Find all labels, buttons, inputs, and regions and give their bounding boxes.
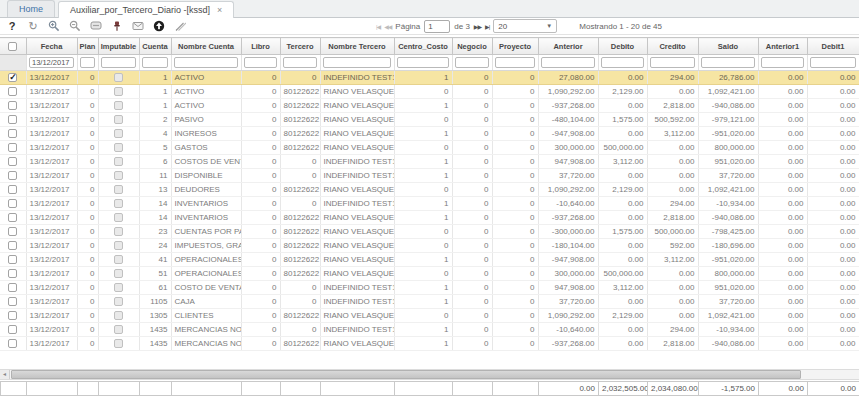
row-select-checkbox[interactable] [0,197,26,211]
imputable-checkbox[interactable] [98,281,139,295]
zoom-in-icon[interactable] [48,20,60,32]
row-select-checkbox[interactable] [0,253,26,267]
col-plan[interactable]: Plan [77,38,98,55]
row-select-checkbox[interactable] [0,155,26,169]
table-row[interactable]: 13/12/201706COSTOS DE VENTAS00INDEFINIDO… [0,155,859,169]
imputable-checkbox[interactable] [98,225,139,239]
table-row[interactable]: 13/12/201701105CAJA00INDEFINIDO TEST1 ..… [0,295,859,309]
table-row[interactable]: 13/12/2017041OPERACIONALES080122622RIANO… [0,253,859,267]
imputable-checkbox[interactable] [98,239,139,253]
imputable-checkbox[interactable] [98,85,139,99]
filter-debito[interactable] [601,57,644,68]
imputable-checkbox[interactable] [98,141,139,155]
zoom-out-icon[interactable] [69,20,81,32]
filter-anterior[interactable] [541,57,595,68]
imputable-checkbox[interactable] [98,267,139,281]
table-row[interactable]: 13/12/2017061COSTO DE VENTAS ...00INDEFI… [0,281,859,295]
col-fecha[interactable]: Fecha [26,38,77,55]
imputable-checkbox[interactable] [98,155,139,169]
imputable-checkbox[interactable] [98,295,139,309]
row-select-checkbox[interactable] [0,281,26,295]
filter-libro[interactable] [244,57,277,68]
imputable-checkbox[interactable] [98,253,139,267]
filter-saldo[interactable] [701,57,755,68]
row-select-checkbox[interactable] [0,239,26,253]
imputable-checkbox[interactable] [98,99,139,113]
row-select-checkbox[interactable] [0,141,26,155]
table-row[interactable]: 13/12/201701435MERCANCIAS NO F...0801226… [0,337,859,351]
table-row[interactable]: 13/12/2017024IMPUESTOS, GRAVA...08012262… [0,239,859,253]
row-select-checkbox[interactable] [0,113,26,127]
col-centro-costo[interactable]: Centro_Costo [394,38,452,55]
table-row[interactable]: 13/12/201701ACTIVO080122622RIANO VELASQU… [0,99,859,113]
table-row[interactable]: 13/12/2017014INVENTARIOS080122622RIANO V… [0,211,859,225]
page-number-input[interactable] [424,20,450,33]
imputable-checkbox[interactable] [98,211,139,225]
tab-home[interactable]: Home [7,0,55,17]
row-select-checkbox[interactable] [0,267,26,281]
col-debit1[interactable]: Debit1 [807,38,859,55]
col-libro[interactable]: Libro [241,38,280,55]
page-size-dropdown[interactable]: 20 ▼ [493,19,557,33]
filter-plan[interactable] [80,57,95,68]
prev-page-icon[interactable]: ◀◀ [384,23,391,30]
filter-anterior1[interactable] [761,57,804,68]
table-row[interactable]: 13/12/201701ACTIVO00INDEFINIDO TEST1 ...… [0,71,859,85]
refresh-icon[interactable]: ↻ [27,20,39,32]
row-select-checkbox[interactable] [0,323,26,337]
next-page-icon[interactable]: ▶▶ [474,23,481,30]
filter-credito[interactable] [650,57,695,68]
filter-tercero[interactable] [283,57,317,68]
pin-icon[interactable] [111,20,123,32]
row-select-checkbox[interactable] [0,337,26,351]
filter-nombre-tercero[interactable] [323,57,391,68]
filter-debit1[interactable] [810,57,856,68]
table-row[interactable]: 13/12/2017013DEUDORES080122622RIANO VELA… [0,183,859,197]
col-anterior[interactable]: Anterior [538,38,598,55]
row-select-checkbox[interactable] [0,183,26,197]
row-select-checkbox[interactable] [0,309,26,323]
select-all-checkbox[interactable] [0,38,26,55]
row-select-checkbox[interactable] [0,71,26,85]
imputable-checkbox[interactable] [98,323,139,337]
filter-nombre-cuenta[interactable] [174,57,238,68]
filter-imputable[interactable] [101,57,136,68]
first-page-icon[interactable]: |◀ [376,23,380,30]
imputable-checkbox[interactable] [98,197,139,211]
tab-auxiliar-por-tercero-diario[interactable]: Auxiliar_por_Tercero_Diario -[kssd] × [58,1,234,18]
col-nombre-cuenta[interactable]: Nombre Cuenta [171,38,241,55]
row-select-checkbox[interactable] [0,99,26,113]
table-row[interactable]: 13/12/2017023CUENTAS POR PAG...080122622… [0,225,859,239]
table-row[interactable]: 13/12/201701305CLIENTES080122622RIANO VE… [0,309,859,323]
imputable-checkbox[interactable] [98,309,139,323]
imputable-checkbox[interactable] [98,169,139,183]
table-row[interactable]: 13/12/201705GASTOS080122622RIANO VELASQU… [0,141,859,155]
col-debito[interactable]: Debito [598,38,647,55]
horizontal-scrollbar[interactable]: ◂ [0,369,859,380]
col-proyecto[interactable]: Proyecto [492,38,538,55]
imputable-checkbox[interactable] [98,337,139,351]
export-icon[interactable] [153,20,165,32]
filter-centro-costo[interactable] [397,57,449,68]
col-saldo[interactable]: Saldo [698,38,758,55]
filter-cuenta[interactable] [142,57,168,68]
filter-fecha[interactable] [29,57,74,68]
comment-icon[interactable] [90,20,102,32]
col-anterior1[interactable]: Anterior1 [758,38,807,55]
imputable-checkbox[interactable] [98,127,139,141]
scroll-left-icon[interactable]: ◂ [0,370,10,379]
col-tercero[interactable]: Tercero [280,38,320,55]
last-page-icon[interactable]: ▶| [485,23,489,30]
row-select-checkbox[interactable] [0,169,26,183]
close-icon[interactable]: × [217,6,222,15]
pencil-icon[interactable] [174,20,186,32]
email-icon[interactable] [132,20,144,32]
table-row[interactable]: 13/12/201701435MERCANCIAS NO F...00INDEF… [0,323,859,337]
row-select-checkbox[interactable] [0,295,26,309]
table-row[interactable]: 13/12/201704INGRESOS080122622RIANO VELAS… [0,127,859,141]
row-select-checkbox[interactable] [0,85,26,99]
col-negocio[interactable]: Negocio [452,38,492,55]
col-cuenta[interactable]: Cuenta [139,38,171,55]
row-select-checkbox[interactable] [0,225,26,239]
col-credito[interactable]: Credito [647,38,698,55]
